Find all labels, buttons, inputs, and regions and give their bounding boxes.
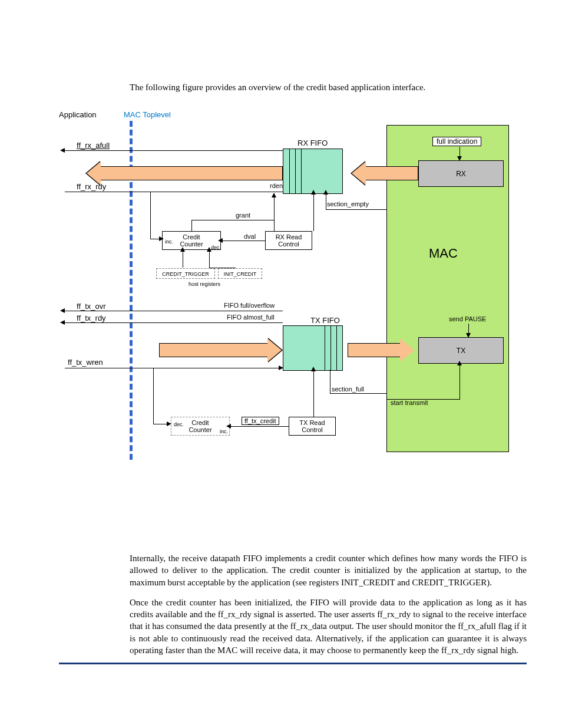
arrow — [60, 308, 65, 313]
line — [313, 193, 314, 231]
mac-toplevel-label: MAC Toplevel — [124, 110, 171, 119]
arrow — [218, 238, 223, 243]
inc-label: inc. — [165, 239, 173, 245]
arrow — [457, 361, 462, 365]
section-empty-label: section_empty — [327, 200, 369, 207]
rx-fifo-label: RX FIFO — [297, 139, 328, 147]
arrow — [207, 247, 211, 252]
line — [150, 192, 151, 239]
section-full-label: section_full — [332, 386, 364, 393]
line — [153, 368, 154, 424]
line — [326, 209, 386, 210]
ff-tx-wren-label: ff_tx_wren — [68, 358, 103, 367]
line — [191, 220, 274, 220]
tx-fifo-box — [283, 325, 343, 371]
tx-read-control-box: TX Read Control — [289, 417, 336, 436]
ff-rx-afull-label: ff_rx_afull — [77, 141, 110, 150]
line — [65, 150, 283, 151]
line — [65, 322, 283, 323]
line — [386, 399, 460, 400]
fifo-almost-full-label: FIFO almost_full — [227, 314, 275, 321]
ff-tx-ovr-label: ff_tx_ovr — [77, 302, 106, 311]
start-transmit-label: start transmit — [391, 399, 428, 406]
mac-title: MAC — [429, 246, 458, 261]
txfifo-to-tx-arrow — [348, 343, 401, 357]
rx-box: RX — [418, 160, 504, 187]
line — [209, 250, 210, 268]
arrow — [279, 365, 283, 370]
application-label: Application — [59, 110, 97, 119]
rx-read-control-box: RX Read Control — [265, 231, 312, 250]
line — [221, 241, 265, 241]
send-pause-label: send PAUSE — [449, 315, 486, 322]
rx-to-fifo-arrow — [365, 166, 418, 180]
line — [330, 370, 330, 393]
line — [274, 196, 275, 220]
line — [330, 393, 386, 394]
line — [183, 250, 183, 268]
credit-trigger-box: CREDIT_TRIGGER — [156, 268, 215, 279]
arrow — [167, 421, 171, 426]
block-diagram: Application MAC Toplevel MAC full indica… — [59, 110, 513, 464]
line — [274, 220, 275, 232]
line — [230, 426, 289, 427]
tx-fifo-label: TX FIFO — [310, 316, 340, 325]
arrow — [311, 367, 316, 371]
body-text: Internally, the receive datapath FIFO im… — [130, 552, 527, 656]
ff-tx-rdy-label: ff_tx_rdy — [77, 314, 106, 322]
fifo-to-app-arrow — [100, 166, 283, 180]
paragraph-2: Once the credit counter has been initial… — [130, 597, 527, 656]
line — [313, 370, 314, 417]
fifo-full-overflow-label: FIFO full/overflow — [224, 302, 275, 309]
arrow — [180, 247, 185, 252]
arrow — [159, 236, 164, 241]
dval-label: dval — [244, 233, 256, 240]
line — [209, 268, 236, 268]
tx-dec-label: dec. — [174, 421, 184, 427]
app-to-txfifo-arrow — [159, 343, 268, 357]
arrow — [60, 148, 65, 153]
paragraph-1: Internally, the receive datapath FIFO im… — [130, 552, 527, 588]
line — [65, 368, 283, 368]
line — [191, 220, 192, 232]
rx-fifo-box — [283, 149, 343, 194]
footer-rule — [59, 663, 527, 664]
init-credit-box: INIT_CREDIT — [218, 268, 262, 279]
rden-label: rden — [270, 182, 283, 189]
grant-label: grant — [236, 212, 250, 219]
line — [65, 311, 283, 311]
line — [65, 192, 283, 192]
arrow — [323, 190, 328, 195]
arrow — [311, 190, 316, 195]
tx-inc-label: inc. — [220, 429, 228, 434]
host-registers-label: host registers — [189, 281, 220, 287]
intro-text: The following figure provides an overvie… — [130, 83, 527, 93]
full-indication-label: full indication — [432, 137, 481, 146]
ff-tx-credit-label: ff_tx_credit — [242, 417, 279, 425]
arrow — [226, 424, 231, 429]
tx-box: TX — [418, 337, 504, 364]
arrow — [60, 320, 65, 325]
ff-rx-rdy-label: ff_rx_rdy — [77, 182, 106, 191]
line — [459, 364, 460, 399]
line — [326, 193, 326, 209]
dec-label: dec. — [211, 245, 221, 251]
